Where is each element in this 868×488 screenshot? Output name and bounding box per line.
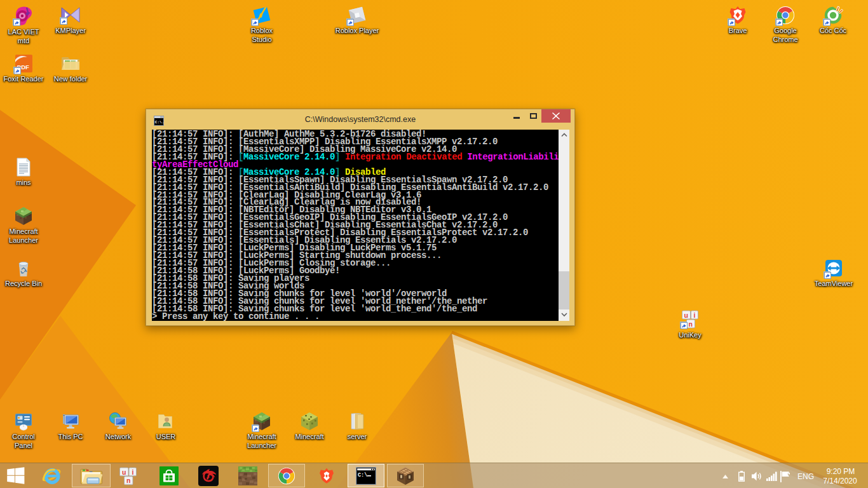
- svg-text:i: i: [694, 311, 696, 319]
- svg-text:u: u: [684, 311, 688, 319]
- svg-text:C:\: C:\: [358, 471, 367, 478]
- svg-text:i: i: [132, 468, 134, 476]
- svg-text:u: u: [122, 468, 126, 476]
- svg-text:n: n: [689, 320, 693, 328]
- svg-text:n: n: [126, 477, 130, 484]
